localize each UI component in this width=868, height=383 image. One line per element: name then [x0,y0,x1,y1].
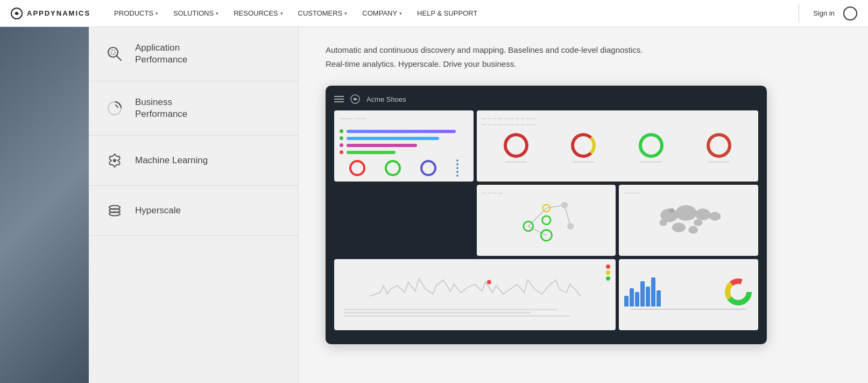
dashboard-logo-icon [350,94,360,104]
image-overlay [0,27,89,383]
nav-links: PRODUCTS ▾ SOLUTIONS ▾ RESOURCES ▾ CUSTO… [107,0,793,27]
content-area: Automatic and continuous discovery and m… [299,27,868,383]
ml-icon [105,151,124,170]
svg-point-28 [487,280,491,284]
main-nav: APPDYNAMICS PRODUCTS ▾ SOLUTIONS ▾ RESOU… [0,0,868,27]
svg-point-20 [675,205,696,221]
nav-right: Sign in [793,4,857,23]
network-card: — — — — [477,185,616,256]
svg-point-4 [113,159,116,162]
signin-link[interactable]: Sign in [813,9,835,17]
sidebar-item-business-performance[interactable]: BusinessPerformance [89,81,298,136]
sidebar-item-label: Hyperscale [135,205,181,217]
dashboard-app-title: Acme Shoes [366,95,406,103]
svg-point-24 [689,226,698,234]
sidebar-item-hyperscale[interactable]: Hyperscale [89,186,298,236]
logo-text: APPDYNAMICS [27,9,90,17]
svg-point-18 [542,216,551,225]
nav-link-resources[interactable]: RESOURCES ▾ [226,0,290,27]
nav-link-solutions[interactable]: SOLUTIONS ▾ [166,0,226,27]
dashboard-frame: Acme Shoes ——— ——— [326,86,767,344]
chevron-down-icon: ▾ [344,11,347,16]
chevron-down-icon: ▾ [216,11,218,16]
nav-divider [799,4,799,23]
dashboard-header: Acme Shoes [334,94,758,104]
appdynamics-logo-icon [11,8,23,19]
page-body: ApplicationPerformance BusinessPerforman… [0,27,868,383]
business-performance-icon [105,99,124,118]
nav-link-company[interactable]: COMPANY ▾ [355,0,410,27]
world-map-card: — — — [619,185,758,256]
user-icon[interactable] [843,6,857,20]
hyperscale-icon [105,201,124,220]
circles-card: — — — — — — — — — — — — — — — — — — — — [477,110,758,182]
dashboard-grid: ——— ——— [334,110,758,330]
svg-point-3 [111,50,115,54]
wave-chart-card [334,259,616,330]
bar-chart-card: ——— ——— [334,110,474,182]
chevron-down-icon: ▾ [156,11,158,16]
hamburger-icon[interactable] [334,96,344,102]
wave-svg [340,264,610,307]
donut-svg [724,277,753,307]
nav-link-customers[interactable]: CUSTOMERS ▾ [291,0,355,27]
sidebar-item-label: Machine Learning [135,155,208,166]
svg-point-26 [669,208,675,213]
content-description: Automatic and continuous discovery and m… [326,43,767,71]
svg-point-22 [709,212,721,221]
map-svg [624,196,753,245]
network-svg [482,196,611,245]
bar-donut-card [619,259,758,330]
left-image [0,27,89,383]
svg-point-32 [733,287,744,297]
chevron-down-icon: ▾ [399,11,402,16]
sidebar-item-label: BusinessPerformance [135,96,187,120]
nav-link-help[interactable]: HELP & SUPPORT [410,0,485,27]
chevron-down-icon: ▾ [280,11,283,16]
svg-point-21 [695,208,711,220]
logo[interactable]: APPDYNAMICS [11,8,90,19]
svg-point-27 [694,219,703,226]
svg-point-16 [567,223,573,229]
search-icon [105,44,124,64]
sidebar: ApplicationPerformance BusinessPerforman… [89,27,299,383]
svg-line-2 [117,56,121,60]
sidebar-item-machine-learning[interactable]: Machine Learning [89,136,298,186]
sidebar-item-application-performance[interactable]: ApplicationPerformance [89,27,298,81]
svg-point-15 [561,202,567,208]
nav-link-products[interactable]: PRODUCTS ▾ [107,0,166,27]
sidebar-item-label: ApplicationPerformance [135,42,187,66]
svg-point-23 [672,222,686,232]
svg-point-25 [660,219,667,226]
